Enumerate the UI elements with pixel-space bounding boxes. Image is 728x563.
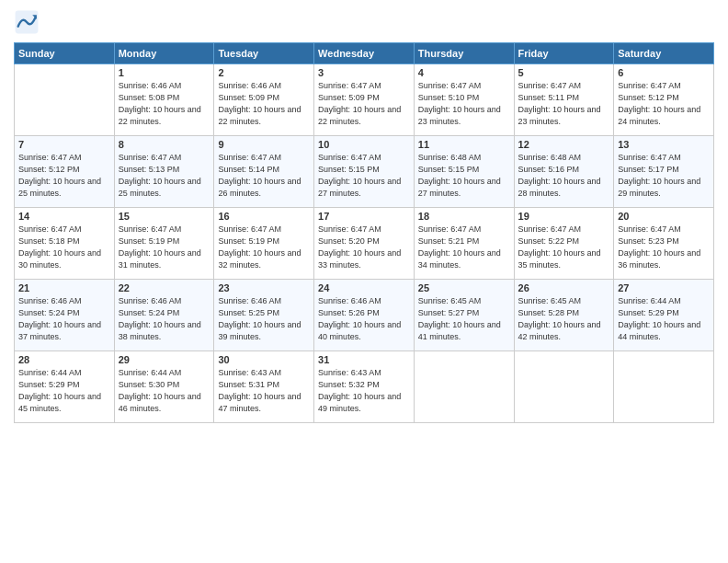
day-number: 20 [618, 211, 710, 222]
calendar-cell: 10 Sunrise: 6:47 AMSunset: 5:15 PMDaylig… [314, 136, 415, 208]
calendar-cell: 20 Sunrise: 6:47 AMSunset: 5:23 PMDaylig… [614, 208, 714, 280]
logo [14, 9, 43, 35]
day-number: 31 [318, 354, 410, 365]
day-info: Sunrise: 6:47 AMSunset: 5:22 PMDaylight:… [518, 224, 610, 271]
day-info: Sunrise: 6:46 AMSunset: 5:24 PMDaylight:… [119, 295, 210, 343]
day-number: 13 [618, 139, 710, 150]
day-number: 2 [218, 67, 310, 78]
day-number: 24 [318, 282, 410, 293]
logo-icon [14, 9, 40, 35]
calendar-cell: 8 Sunrise: 6:47 AMSunset: 5:13 PMDayligh… [114, 136, 214, 208]
calendar-cell: 26 Sunrise: 6:45 AMSunset: 5:28 PMDaylig… [514, 280, 614, 351]
week-row-2: 7 Sunrise: 6:47 AMSunset: 5:12 PMDayligh… [15, 136, 714, 208]
day-info: Sunrise: 6:46 AMSunset: 5:26 PMDaylight:… [318, 295, 410, 343]
day-number: 9 [218, 139, 310, 150]
day-info: Sunrise: 6:44 AMSunset: 5:29 PMDaylight:… [618, 295, 710, 343]
day-number: 30 [218, 354, 310, 365]
day-info: Sunrise: 6:47 AMSunset: 5:23 PMDaylight:… [618, 224, 710, 271]
calendar-cell: 19 Sunrise: 6:47 AMSunset: 5:22 PMDaylig… [514, 208, 614, 280]
calendar-cell: 7 Sunrise: 6:47 AMSunset: 5:12 PMDayligh… [15, 136, 115, 208]
day-info: Sunrise: 6:43 AMSunset: 5:32 PMDaylight:… [318, 367, 410, 415]
day-info: Sunrise: 6:45 AMSunset: 5:27 PMDaylight:… [418, 295, 510, 343]
calendar-cell: 27 Sunrise: 6:44 AMSunset: 5:29 PMDaylig… [614, 280, 714, 351]
calendar-cell: 23 Sunrise: 6:46 AMSunset: 5:25 PMDaylig… [214, 280, 314, 351]
week-row-1: 1 Sunrise: 6:46 AMSunset: 5:08 PMDayligh… [15, 64, 714, 136]
calendar-cell: 18 Sunrise: 6:47 AMSunset: 5:21 PMDaylig… [414, 208, 514, 280]
day-info: Sunrise: 6:43 AMSunset: 5:31 PMDaylight:… [218, 367, 310, 415]
day-number: 3 [318, 67, 410, 78]
calendar-cell: 29 Sunrise: 6:44 AMSunset: 5:30 PMDaylig… [114, 351, 214, 423]
calendar-cell: 17 Sunrise: 6:47 AMSunset: 5:20 PMDaylig… [314, 208, 415, 280]
day-info: Sunrise: 6:47 AMSunset: 5:19 PMDaylight:… [218, 224, 310, 271]
calendar-cell: 3 Sunrise: 6:47 AMSunset: 5:09 PMDayligh… [314, 64, 415, 136]
day-info: Sunrise: 6:47 AMSunset: 5:12 PMDaylight:… [18, 152, 110, 200]
calendar-cell: 4 Sunrise: 6:47 AMSunset: 5:10 PMDayligh… [414, 64, 514, 136]
day-info: Sunrise: 6:46 AMSunset: 5:25 PMDaylight:… [218, 295, 310, 343]
week-row-3: 14 Sunrise: 6:47 AMSunset: 5:18 PMDaylig… [15, 208, 714, 280]
weekday-header-sunday: Sunday [15, 43, 115, 64]
day-info: Sunrise: 6:46 AMSunset: 5:09 PMDaylight:… [218, 80, 310, 128]
day-number: 28 [18, 354, 110, 365]
day-info: Sunrise: 6:44 AMSunset: 5:29 PMDaylight:… [18, 367, 110, 415]
calendar-cell [15, 64, 115, 136]
day-info: Sunrise: 6:47 AMSunset: 5:18 PMDaylight:… [18, 224, 110, 271]
day-number: 29 [119, 354, 210, 365]
weekday-header-tuesday: Tuesday [214, 43, 314, 64]
calendar-cell: 1 Sunrise: 6:46 AMSunset: 5:08 PMDayligh… [114, 64, 214, 136]
day-info: Sunrise: 6:47 AMSunset: 5:10 PMDaylight:… [418, 80, 510, 128]
day-info: Sunrise: 6:47 AMSunset: 5:15 PMDaylight:… [318, 152, 410, 200]
day-number: 16 [218, 211, 310, 222]
day-info: Sunrise: 6:44 AMSunset: 5:30 PMDaylight:… [119, 367, 210, 415]
calendar-cell [414, 351, 514, 423]
calendar-cell: 22 Sunrise: 6:46 AMSunset: 5:24 PMDaylig… [114, 280, 214, 351]
calendar-cell: 24 Sunrise: 6:46 AMSunset: 5:26 PMDaylig… [314, 280, 415, 351]
day-info: Sunrise: 6:47 AMSunset: 5:09 PMDaylight:… [318, 80, 410, 128]
calendar-cell: 11 Sunrise: 6:48 AMSunset: 5:15 PMDaylig… [414, 136, 514, 208]
day-info: Sunrise: 6:47 AMSunset: 5:13 PMDaylight:… [119, 152, 210, 200]
week-row-5: 28 Sunrise: 6:44 AMSunset: 5:29 PMDaylig… [15, 351, 714, 423]
day-number: 21 [18, 282, 110, 293]
day-number: 17 [318, 211, 410, 222]
calendar-table: SundayMondayTuesdayWednesdayThursdayFrid… [14, 42, 714, 423]
weekday-header-saturday: Saturday [614, 43, 714, 64]
day-number: 26 [518, 282, 610, 293]
page: SundayMondayTuesdayWednesdayThursdayFrid… [0, 0, 728, 563]
calendar-cell: 28 Sunrise: 6:44 AMSunset: 5:29 PMDaylig… [15, 351, 115, 423]
day-info: Sunrise: 6:48 AMSunset: 5:16 PMDaylight:… [518, 152, 610, 200]
calendar-cell [514, 351, 614, 423]
day-info: Sunrise: 6:45 AMSunset: 5:28 PMDaylight:… [518, 295, 610, 343]
calendar-cell: 30 Sunrise: 6:43 AMSunset: 5:31 PMDaylig… [214, 351, 314, 423]
calendar-cell: 21 Sunrise: 6:46 AMSunset: 5:24 PMDaylig… [15, 280, 115, 351]
calendar-cell: 14 Sunrise: 6:47 AMSunset: 5:18 PMDaylig… [15, 208, 115, 280]
day-info: Sunrise: 6:47 AMSunset: 5:12 PMDaylight:… [618, 80, 710, 128]
day-number: 22 [119, 282, 210, 293]
day-number: 27 [618, 282, 710, 293]
day-number: 11 [418, 139, 510, 150]
calendar-cell: 2 Sunrise: 6:46 AMSunset: 5:09 PMDayligh… [214, 64, 314, 136]
day-info: Sunrise: 6:47 AMSunset: 5:21 PMDaylight:… [418, 224, 510, 271]
day-info: Sunrise: 6:47 AMSunset: 5:14 PMDaylight:… [218, 152, 310, 200]
calendar-cell: 6 Sunrise: 6:47 AMSunset: 5:12 PMDayligh… [614, 64, 714, 136]
day-number: 5 [518, 67, 610, 78]
calendar-cell: 12 Sunrise: 6:48 AMSunset: 5:16 PMDaylig… [514, 136, 614, 208]
calendar-cell: 16 Sunrise: 6:47 AMSunset: 5:19 PMDaylig… [214, 208, 314, 280]
calendar-cell: 5 Sunrise: 6:47 AMSunset: 5:11 PMDayligh… [514, 64, 614, 136]
day-number: 6 [618, 67, 710, 78]
calendar-cell: 15 Sunrise: 6:47 AMSunset: 5:19 PMDaylig… [114, 208, 214, 280]
weekday-header-row: SundayMondayTuesdayWednesdayThursdayFrid… [15, 43, 714, 64]
day-number: 1 [119, 67, 210, 78]
weekday-header-thursday: Thursday [414, 43, 514, 64]
header [14, 9, 714, 35]
day-info: Sunrise: 6:47 AMSunset: 5:19 PMDaylight:… [119, 224, 210, 271]
day-number: 7 [18, 139, 110, 150]
day-number: 19 [518, 211, 610, 222]
day-number: 18 [418, 211, 510, 222]
week-row-4: 21 Sunrise: 6:46 AMSunset: 5:24 PMDaylig… [15, 280, 714, 351]
calendar-cell [614, 351, 714, 423]
day-number: 15 [119, 211, 210, 222]
day-number: 8 [119, 139, 210, 150]
calendar-cell: 25 Sunrise: 6:45 AMSunset: 5:27 PMDaylig… [414, 280, 514, 351]
calendar-cell: 13 Sunrise: 6:47 AMSunset: 5:17 PMDaylig… [614, 136, 714, 208]
day-number: 4 [418, 67, 510, 78]
day-info: Sunrise: 6:46 AMSunset: 5:08 PMDaylight:… [119, 80, 210, 128]
